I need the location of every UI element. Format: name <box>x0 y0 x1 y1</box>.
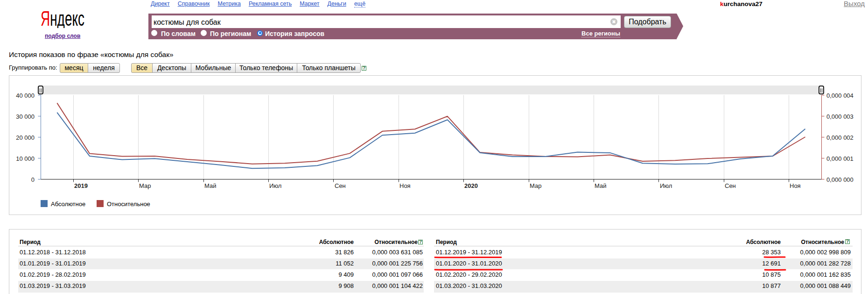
svg-text:Яндекс: Яндекс <box>41 7 84 28</box>
